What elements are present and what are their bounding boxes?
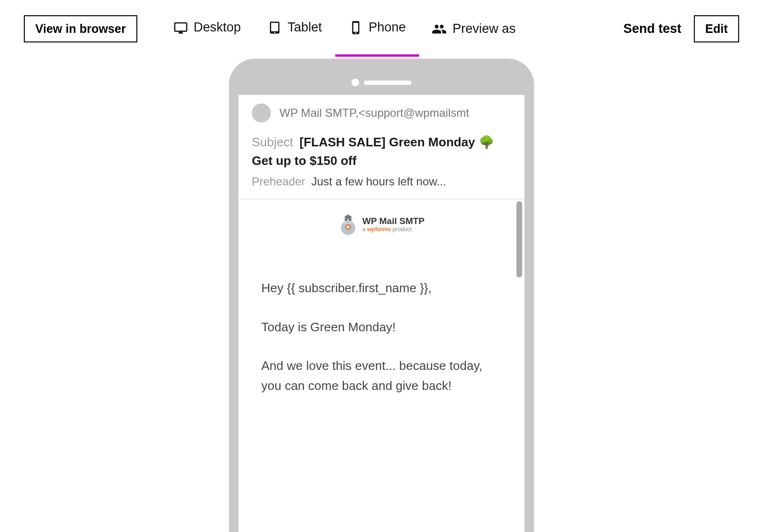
speaker-bar-icon [364, 81, 412, 85]
tab-phone[interactable]: Phone [335, 14, 419, 43]
preview-as-label: Preview as [453, 21, 516, 36]
phone-frame: WP Mail SMTP,<support@wpmailsmt Subject … [229, 59, 534, 532]
body-para-2: Today is Green Monday! [261, 317, 502, 338]
tablet-icon [268, 20, 282, 35]
logo-title: WP Mail SMTP [362, 216, 425, 226]
logo-text: WP Mail SMTP a wpforms product [362, 216, 425, 233]
svg-point-5 [349, 219, 351, 221]
logo-sub-brand: wpforms [367, 226, 391, 233]
send-test-button[interactable]: Send test [611, 16, 694, 42]
desktop-icon [174, 20, 188, 35]
scrollbar[interactable] [516, 201, 522, 277]
phone-icon [349, 20, 363, 35]
edit-button[interactable]: Edit [694, 15, 739, 42]
preview-as-button[interactable]: Preview as [419, 16, 528, 42]
email-body: WP Mail SMTP a wpforms product Hey {{ su… [238, 199, 525, 396]
tab-tablet-label: Tablet [288, 20, 322, 35]
preheader-text: Just a few hours left now... [311, 175, 446, 188]
people-icon [432, 21, 447, 37]
body-para-3: And we love this event... because today,… [261, 356, 502, 396]
brand-logo: WP Mail SMTP a wpforms product [248, 214, 515, 235]
tab-tablet[interactable]: Tablet [254, 14, 335, 43]
email-body-text: Hey {{ subscriber.first_name }}, Today i… [248, 278, 515, 396]
pigeon-icon [339, 214, 358, 235]
logo-sub-prefix: a [362, 226, 367, 233]
phone-screen: WP Mail SMTP,<support@wpmailsmt Subject … [238, 95, 525, 532]
tab-desktop[interactable]: Desktop [160, 14, 254, 43]
phone-notch [238, 68, 525, 95]
sender-text: WP Mail SMTP,<support@wpmailsmt [279, 106, 469, 120]
camera-dot-icon [351, 79, 359, 86]
svg-point-4 [345, 219, 347, 221]
avatar [252, 103, 271, 123]
svg-point-3 [347, 225, 350, 228]
email-header: WP Mail SMTP,<support@wpmailsmt Subject … [238, 95, 525, 199]
preview-toolbar: View in browser Desktop Tablet Phone Pre… [0, 0, 763, 43]
tab-desktop-label: Desktop [194, 20, 241, 35]
logo-sub-suffix: product [391, 226, 412, 233]
logo-subtitle: a wpforms product [362, 226, 425, 233]
sender-row: WP Mail SMTP,<support@wpmailsmt [252, 103, 511, 123]
subject-label: Subject [252, 135, 293, 149]
subject-row: Subject [FLASH SALE] Green Monday 🌳 Get … [252, 133, 511, 170]
preview-area: WP Mail SMTP,<support@wpmailsmt Subject … [0, 43, 763, 532]
body-para-1: Hey {{ subscriber.first_name }}, [261, 278, 502, 298]
view-in-browser-button[interactable]: View in browser [24, 15, 137, 42]
tab-phone-label: Phone [369, 20, 406, 35]
preheader-label: Preheader [252, 175, 305, 188]
preheader-row: Preheader Just a few hours left now... [252, 175, 511, 188]
